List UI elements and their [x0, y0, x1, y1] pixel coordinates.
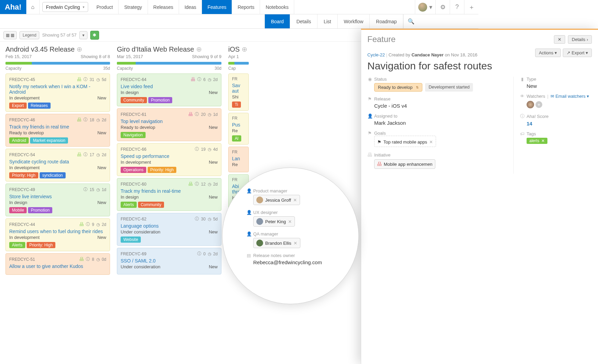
feature-card[interactable]: FREDCYC-46 品 ⓘ18 ◷2d Track my friends in…: [5, 114, 110, 147]
remove-icon[interactable]: ✕: [294, 241, 297, 246]
nav-product[interactable]: Product: [91, 0, 119, 14]
feature-card[interactable]: FR Sav aut Shi Ti: [228, 73, 249, 111]
nav-ideas[interactable]: Ideas: [179, 0, 202, 14]
feature-card[interactable]: FREDCYC-69 ⓘ0 ◷2d SSO / SAML 2.0 Under c…: [117, 248, 221, 274]
feature-card[interactable]: FREDCYC-49 ⓘ15 ◷1d Store live interviews…: [5, 184, 110, 216]
tag-chip[interactable]: Mobile: [9, 207, 27, 213]
remove-icon[interactable]: ✕: [288, 219, 292, 224]
feature-card[interactable]: FR Lan Re: [228, 147, 249, 172]
tag-chip[interactable]: Promotion: [148, 97, 173, 103]
card-title[interactable]: Notify my network when I win a KOM - And…: [9, 84, 106, 95]
gear-icon[interactable]: ⚙: [435, 0, 450, 14]
add-feature-icon[interactable]: ⊕: [242, 45, 247, 53]
tag-chip[interactable]: Al: [232, 135, 241, 141]
qa-chip[interactable]: Brandon Ellis ✕: [253, 238, 300, 248]
tag-chip[interactable]: Market expansion: [30, 137, 68, 144]
info-icon: ⓘ: [83, 77, 87, 82]
tag-chip[interactable]: Priority: High: [148, 167, 177, 173]
goal-chip[interactable]: ⚑ Top rated mobile apps ✕: [377, 139, 433, 145]
feature-card[interactable]: FREDCYC-45 品 ⓘ31 ◷5d Notify my network w…: [5, 73, 110, 112]
tag-chip[interactable]: Community: [121, 97, 147, 103]
card-title[interactable]: Lan: [232, 156, 245, 161]
status-action-button[interactable]: Development started: [425, 83, 473, 92]
tag-chip[interactable]: Priority: High: [9, 172, 38, 178]
card-title[interactable]: Language options: [121, 223, 218, 229]
feature-card[interactable]: FREDCYC-44 品 ⓘ9 ◷2d Remind users when to…: [5, 218, 110, 251]
tag-chip[interactable]: Ti: [232, 102, 241, 108]
assignee-value[interactable]: Mark Jackson: [374, 120, 478, 126]
feature-card[interactable]: FREDCYC-61 品 ⓘ20 ◷1d Top level navigatio…: [117, 108, 221, 141]
notes-owner[interactable]: Rebecca@fredwincycling.com: [253, 259, 335, 265]
add-icon[interactable]: ＋: [464, 0, 478, 14]
nav-notebooks[interactable]: Notebooks: [260, 0, 294, 14]
initiative-chip[interactable]: 品 Mobile app enhancemen: [374, 159, 435, 169]
nav-reports[interactable]: Reports: [232, 0, 260, 14]
card-status: In development: [9, 235, 40, 240]
card-status: Shi: [232, 94, 239, 99]
card-title[interactable]: Speed up performance: [121, 153, 218, 159]
pm-chip[interactable]: Jessica Groff ✕: [253, 195, 300, 205]
feature-card[interactable]: FREDCYC-66 ⓘ19 ◷4d Speed up performance …: [117, 143, 221, 176]
tab-roadmap[interactable]: Roadmap: [369, 14, 403, 28]
tab-list[interactable]: List: [317, 14, 338, 28]
tag-chip[interactable]: Website: [121, 237, 141, 243]
tag-chip[interactable]: Android: [9, 137, 29, 144]
capacity-label: Capacity: [117, 66, 133, 71]
card-days: 2d: [213, 252, 218, 256]
home-button[interactable]: ⌂: [26, 0, 40, 14]
card-title[interactable]: Live video feed: [121, 84, 218, 89]
feature-ref[interactable]: Cycle-22: [367, 52, 385, 57]
tag-chip[interactable]: Promotion: [28, 207, 52, 213]
card-title[interactable]: Pus: [232, 122, 245, 127]
feature-card[interactable]: FREDCYC-54 品 ⓘ17 ◷2d Syndicate cycling r…: [5, 149, 110, 181]
status-select[interactable]: Ready to develop: [374, 83, 422, 92]
tag-chip[interactable]: Export: [9, 103, 27, 109]
tag-chip[interactable]: Navigation: [121, 132, 146, 138]
card-title[interactable]: Allow a user to give another Kudos: [9, 264, 106, 269]
product-selector[interactable]: Fredwin Cycling: [42, 2, 89, 12]
feature-card[interactable]: FREDCYC-51 品 ⓘ8 ◷0d Allow a user to give…: [5, 253, 110, 275]
feature-card[interactable]: FREDCYC-62 ⓘ30 ◷5d Language options Unde…: [117, 213, 221, 246]
legend-button[interactable]: Legend: [19, 31, 39, 39]
card-state: New: [209, 194, 218, 200]
card-title[interactable]: Sav aut: [232, 83, 245, 94]
tab-workflow[interactable]: Workflow: [337, 14, 370, 28]
nav-features[interactable]: Features: [202, 0, 232, 14]
feature-card[interactable]: FR Pus Re Al: [228, 113, 249, 145]
card-title[interactable]: Store live interviews: [9, 194, 106, 199]
tag-chip[interactable]: syndication: [40, 172, 66, 178]
tag-chip[interactable]: Operations: [121, 167, 146, 173]
feature-card[interactable]: FREDCYC-64 品 ⓘ6 ◷2d Live video feed In d…: [117, 73, 221, 106]
ux-chip[interactable]: Peter King ✕: [253, 216, 295, 227]
feature-card[interactable]: FREDCYC-60 品 ⓘ12 ◷2d Track my friends in…: [117, 178, 221, 211]
add-feature-icon[interactable]: ⊕: [77, 45, 82, 53]
tab-details[interactable]: Details: [290, 14, 317, 28]
nav-strategy[interactable]: Strategy: [119, 0, 148, 14]
clock-icon: ◷: [96, 152, 100, 157]
card-title[interactable]: Track my friends in real time: [9, 124, 106, 130]
remove-icon[interactable]: ✕: [429, 139, 433, 145]
tag-chip[interactable]: Priority: High: [27, 242, 56, 248]
card-title[interactable]: SSO / SAML 2.0: [121, 258, 218, 264]
tab-board[interactable]: Board: [264, 14, 290, 28]
info-icon: ⓘ: [83, 152, 87, 158]
card-title[interactable]: Top level navigation: [121, 119, 218, 124]
card-title[interactable]: Syndicate cycling route data: [9, 159, 106, 164]
user-menu[interactable]: ▾: [415, 0, 435, 14]
tag-chip[interactable]: Releases: [28, 103, 51, 109]
logo[interactable]: Aha!: [0, 0, 26, 14]
help-icon[interactable]: ?: [450, 0, 464, 14]
card-title[interactable]: Track my friends in real-time: [121, 188, 218, 194]
tag-chip[interactable]: Community: [138, 202, 164, 208]
search-input[interactable]: 🔍: [403, 14, 478, 28]
add-feature-icon[interactable]: ⊕: [196, 45, 202, 53]
tag-chip[interactable]: Alerts: [9, 242, 25, 248]
view-grid-icon[interactable]: ▦ ▦: [3, 31, 17, 39]
remove-icon[interactable]: ✕: [293, 198, 297, 203]
settings-gear-icon[interactable]: ✱: [90, 31, 99, 40]
card-title[interactable]: Remind users when to fuel during their r…: [9, 229, 106, 234]
filter-icon[interactable]: ▾: [79, 31, 87, 39]
tag-chip[interactable]: Alerts: [121, 202, 137, 208]
nav-releases[interactable]: Releases: [148, 0, 179, 14]
release-value[interactable]: Cycle - iOS v4: [374, 103, 478, 109]
